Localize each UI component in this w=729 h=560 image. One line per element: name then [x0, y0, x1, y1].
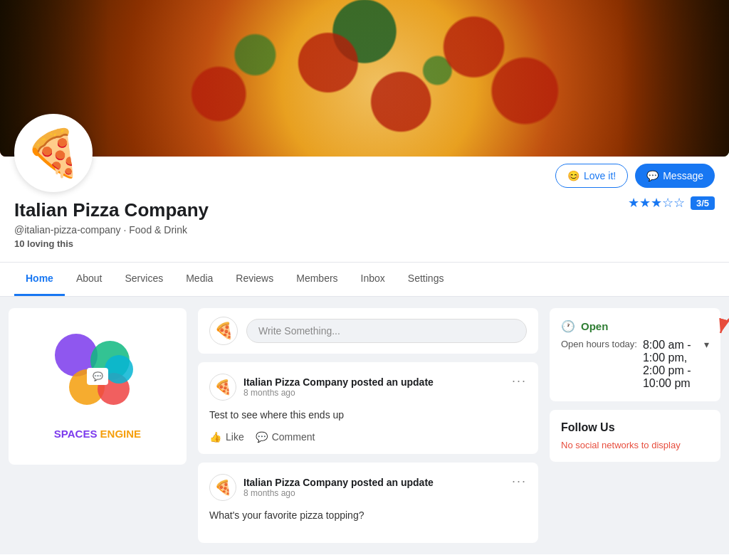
like-button-1[interactable]: 👍 Like: [209, 431, 244, 443]
nav-item-media[interactable]: Media: [174, 263, 224, 296]
love-label: Love it!: [584, 170, 616, 181]
follow-us-title: Follow Us: [561, 421, 709, 434]
comment-icon-1: 💬: [256, 431, 268, 443]
nav-item-home[interactable]: Home: [14, 263, 65, 296]
blob-teal: [105, 355, 133, 384]
post-menu-1[interactable]: ···: [512, 374, 527, 389]
page-wrapper: 🍕 😊 Love it! 💬 Message ★★★☆☆ 3/5 Italian…: [0, 0, 729, 560]
profile-section: 🍕 😊 Love it! 💬 Message ★★★☆☆ 3/5 Italian…: [0, 157, 729, 256]
open-status: 🕐 Open: [561, 319, 709, 333]
spaces-text: SPACES: [54, 428, 98, 440]
open-text: Open: [581, 320, 608, 332]
write-post-avatar: 🍕: [209, 317, 238, 345]
post-action-1: posted an update: [351, 376, 434, 388]
nav-item-reviews[interactable]: Reviews: [224, 263, 285, 296]
right-sidebar: 🕐 Open Open hours today: 8:00 am - 1:00 …: [550, 308, 720, 543]
nav-item-about[interactable]: About: [65, 263, 114, 296]
navigation: Home About Services Media Reviews Member…: [0, 262, 729, 297]
hours-line2: 2:00 pm - 10:00 pm: [643, 364, 698, 390]
main-content: 💬 SPACES ENGINE 🍕 Write Something... 🍕: [0, 297, 729, 554]
post-meta-1: Italian Pizza Company posted an update 8…: [243, 376, 434, 398]
company-handle: @italian-pizza-company: [14, 224, 121, 236]
engine-text: ENGINE: [100, 428, 142, 440]
company-meta: @italian-pizza-company · Food & Drink: [14, 224, 715, 236]
like-label-1: Like: [226, 431, 244, 443]
left-sidebar: 💬 SPACES ENGINE: [9, 308, 187, 543]
post-header-1: 🍕 Italian Pizza Company posted an update…: [209, 374, 527, 401]
post-meta-2: Italian Pizza Company posted an update 8…: [243, 477, 434, 498]
post-card-2: 🍕 Italian Pizza Company posted an update…: [198, 463, 538, 543]
hours-value: 8:00 am - 1:00 pm, 2:00 pm - 10:00 pm: [643, 339, 698, 390]
post-content-2: What's your favorite pizza topping?: [209, 508, 527, 523]
write-post-card: 🍕 Write Something...: [198, 308, 538, 354]
comment-label-1: Comment: [272, 431, 315, 443]
company-loving: 10 loving this: [14, 238, 715, 249]
post-author-info-2: 🍕 Italian Pizza Company posted an update…: [209, 474, 434, 501]
love-icon: 😊: [567, 170, 579, 181]
no-social-text: No social networks to display: [561, 440, 709, 450]
hours-dropdown-icon[interactable]: ▾: [704, 339, 709, 350]
spaces-engine-label: SPACES ENGINE: [54, 428, 141, 440]
profile-actions: 😊 Love it! 💬 Message ★★★☆☆ 3/5: [555, 164, 715, 211]
center-feed: 🍕 Write Something... 🍕 Italian Pizza Com…: [198, 308, 538, 543]
post-author-info-1: 🍕 Italian Pizza Company posted an update…: [209, 374, 434, 401]
cover-photo: [0, 0, 729, 157]
spaces-blobs: 💬: [55, 334, 140, 419]
nav-item-settings[interactable]: Settings: [397, 263, 456, 296]
post-content-1: Test to see where this ends up: [209, 408, 527, 423]
avatar: 🍕: [14, 114, 93, 192]
message-label: Message: [663, 170, 703, 181]
post-action-2: posted an update: [351, 477, 434, 488]
hours-card: 🕐 Open Open hours today: 8:00 am - 1:00 …: [550, 308, 720, 401]
like-icon-1: 👍: [209, 431, 221, 443]
rating-row: ★★★☆☆ 3/5: [628, 195, 715, 211]
nav-item-members[interactable]: Members: [285, 263, 349, 296]
post-author-name-2: Italian Pizza Company posted an update: [243, 477, 434, 488]
post-header-2: 🍕 Italian Pizza Company posted an update…: [209, 474, 527, 501]
post-menu-2[interactable]: ···: [512, 474, 527, 489]
message-button[interactable]: 💬 Message: [635, 164, 715, 188]
action-buttons: 😊 Love it! 💬 Message: [555, 164, 715, 188]
red-arrow-annotation: [713, 305, 729, 347]
post-time-1: 8 months ago: [243, 388, 434, 398]
post-card-1: 🍕 Italian Pizza Company posted an update…: [198, 362, 538, 454]
love-button[interactable]: 😊 Love it!: [555, 164, 628, 188]
post-actions-1: 👍 Like 💬 Comment: [209, 431, 527, 443]
nav-item-services[interactable]: Services: [114, 263, 175, 296]
post-avatar-2: 🍕: [209, 474, 236, 501]
post-avatar-1: 🍕: [209, 374, 236, 401]
post-time-2: 8 months ago: [243, 488, 434, 498]
spaces-engine-widget: 💬 SPACES ENGINE: [9, 308, 187, 465]
star-rating: ★★★☆☆: [628, 195, 685, 211]
hours-label: Open hours today:: [561, 339, 637, 349]
company-category: Food & Drink: [129, 224, 187, 236]
message-icon: 💬: [646, 170, 659, 181]
rating-badge: 3/5: [691, 196, 715, 210]
follow-us-card: Follow Us No social networks to display: [550, 410, 720, 462]
avatar-emoji: 🍕: [25, 130, 82, 176]
chat-bubble-icon: 💬: [87, 368, 108, 385]
nav-item-inbox[interactable]: Inbox: [350, 263, 397, 296]
hours-line1: 8:00 am - 1:00 pm,: [643, 339, 698, 364]
hours-row: Open hours today: 8:00 am - 1:00 pm, 2:0…: [561, 339, 709, 390]
clock-icon: 🕐: [561, 319, 575, 333]
write-post-input[interactable]: Write Something...: [246, 319, 527, 343]
post-author-name-1: Italian Pizza Company posted an update: [243, 376, 434, 388]
comment-button-1[interactable]: 💬 Comment: [256, 431, 315, 443]
